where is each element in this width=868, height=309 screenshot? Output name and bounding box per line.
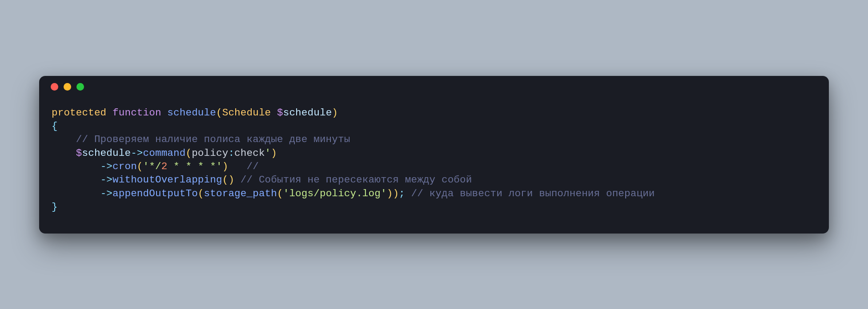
variable-name: schedule xyxy=(82,147,131,159)
indent xyxy=(52,134,76,145)
brace-close: } xyxy=(52,201,58,213)
keyword-function: function xyxy=(113,107,161,119)
code-block: protected function schedule(Schedule $sc… xyxy=(39,98,829,234)
paren-open: ( xyxy=(198,188,204,199)
gap xyxy=(228,161,246,172)
dollar-sign: $ xyxy=(76,147,82,159)
paren-open: ( xyxy=(216,107,222,119)
space xyxy=(271,107,277,119)
indent xyxy=(52,161,100,172)
paren-open: ( xyxy=(137,161,143,172)
space xyxy=(161,107,168,119)
function-name: schedule xyxy=(167,107,216,119)
paren-close: ) xyxy=(332,107,338,119)
line-5: ->cron('*/2 * * * *') // xyxy=(52,161,259,172)
cron-pre: */ xyxy=(149,161,161,172)
paren-open: ( xyxy=(277,188,283,199)
indent xyxy=(52,147,76,159)
method-appendoutputto: appendOutputTo xyxy=(113,188,198,199)
paren-open: ( xyxy=(185,147,192,159)
arg-check: check xyxy=(234,147,265,159)
paren-open: ( xyxy=(222,174,229,186)
arrow-operator: -> xyxy=(100,174,113,186)
function-storagepath: storage_path xyxy=(204,188,277,199)
window-titlebar xyxy=(39,76,829,98)
arrow-operator: -> xyxy=(131,147,143,159)
method-withoutoverlapping: withoutOverlapping xyxy=(113,174,222,186)
string-quote: ' xyxy=(381,188,387,199)
arrow-operator: -> xyxy=(100,161,113,172)
indent xyxy=(52,188,100,199)
cron-post: * * * * xyxy=(167,161,216,172)
arrow-operator: -> xyxy=(100,188,113,199)
semicolon: ; xyxy=(399,188,405,199)
line-6: ->withoutOverlapping() // События не пер… xyxy=(52,174,472,186)
variable-name: schedule xyxy=(283,107,332,119)
close-icon[interactable] xyxy=(51,83,58,91)
paren-close: ) xyxy=(222,161,229,172)
string-logpath: logs/policy.log xyxy=(289,188,381,199)
maximize-icon[interactable] xyxy=(76,83,84,91)
paren-close: ) xyxy=(393,188,399,199)
comment-text: // куда вывести логи выполнения операции xyxy=(411,188,655,199)
brace-open: { xyxy=(52,120,58,132)
string-quote: ' xyxy=(143,161,149,172)
method-command: command xyxy=(143,147,186,159)
indent xyxy=(52,174,100,186)
string-quote: ' xyxy=(265,147,271,159)
space xyxy=(106,107,113,119)
comment-text: // Проверяем наличие полиса каждые две м… xyxy=(76,134,350,145)
line-1: protected function schedule(Schedule $sc… xyxy=(52,107,338,119)
cron-number: 2 xyxy=(161,161,168,172)
string-quote: ' xyxy=(216,161,222,172)
method-cron: cron xyxy=(113,161,137,172)
type-name: Schedule xyxy=(222,107,271,119)
line-2: { xyxy=(52,120,58,132)
minimize-icon[interactable] xyxy=(64,83,71,91)
keyword-protected: protected xyxy=(52,107,106,119)
line-7: ->appendOutputTo(storage_path('logs/poli… xyxy=(52,188,655,199)
code-window: protected function schedule(Schedule $sc… xyxy=(39,76,829,234)
space xyxy=(234,174,241,186)
space xyxy=(405,188,411,199)
comment-text: // xyxy=(247,161,259,172)
line-8: } xyxy=(52,201,58,213)
line-4: $schedule->command(policy:check') xyxy=(52,147,277,159)
paren-close: ) xyxy=(228,174,234,186)
arg-policy: policy xyxy=(192,147,228,159)
colon: : xyxy=(228,147,234,159)
comment-text: // События не пересекаются между собой xyxy=(241,174,472,186)
line-3: // Проверяем наличие полиса каждые две м… xyxy=(52,134,350,145)
dollar-sign: $ xyxy=(277,107,283,119)
paren-close: ) xyxy=(387,188,393,199)
paren-close: ) xyxy=(271,147,277,159)
string-quote: ' xyxy=(283,188,289,199)
